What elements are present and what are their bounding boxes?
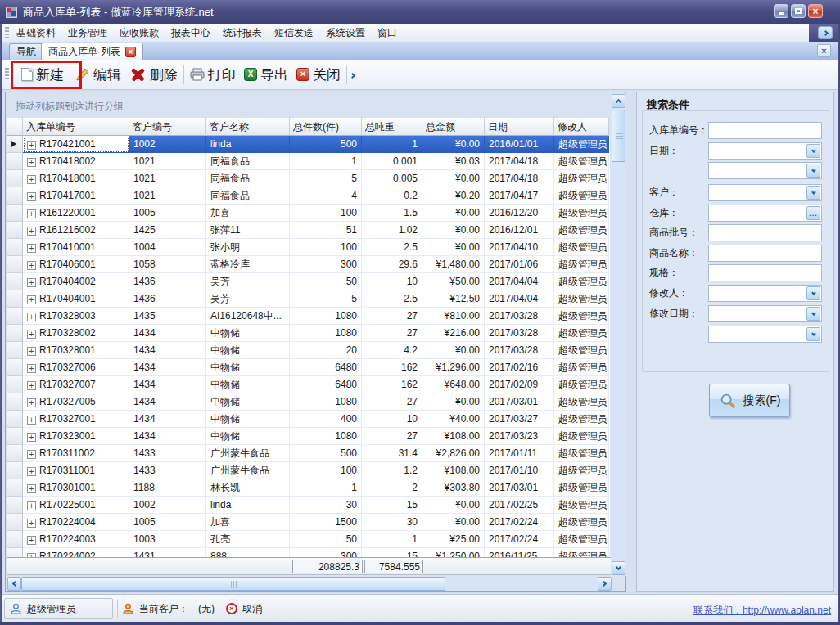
column-header-total-tonnage[interactable]: 总吨重 xyxy=(362,118,422,136)
row-indicator[interactable] xyxy=(7,445,23,462)
expand-icon[interactable]: + xyxy=(27,433,36,442)
cancel-label[interactable]: 取消 xyxy=(242,602,262,616)
table-row[interactable]: +R1612200011005加喜1001.5¥0.002016/12/20超级… xyxy=(7,205,610,222)
menu-item-business[interactable]: 业务管理 xyxy=(63,25,112,41)
group-by-panel[interactable]: 拖动列标题到这进行分组 xyxy=(6,92,625,118)
vertical-scrollbar[interactable] xyxy=(611,93,626,576)
menu-item-sms[interactable]: 短信发送 xyxy=(269,25,318,41)
table-row[interactable]: +R1703280031435AI16120648中...108027¥810.… xyxy=(7,308,610,325)
dropdown-icon[interactable] xyxy=(806,327,820,341)
expand-icon[interactable]: + xyxy=(27,295,36,304)
row-indicator[interactable] xyxy=(7,136,23,153)
table-row[interactable]: +R1703230011434中物储108027¥108.002017/03/2… xyxy=(7,428,610,445)
toolbar-overflow-chevron-icon[interactable] xyxy=(350,69,355,80)
table-row[interactable]: +R1702250011002linda3015¥0.002017/02/25超… xyxy=(7,497,610,514)
row-indicator[interactable] xyxy=(7,393,23,411)
tab-close-icon[interactable]: × xyxy=(125,47,136,57)
table-row[interactable]: +R1703280011434中物储204.2¥0.002017/03/28超级… xyxy=(7,342,610,359)
column-header-total-amount[interactable]: 总金额 xyxy=(422,118,485,136)
search-field-date-from[interactable] xyxy=(708,142,822,160)
expand-icon[interactable]: + xyxy=(27,416,36,425)
row-indicator[interactable] xyxy=(7,497,23,514)
tabstrip-close-icon[interactable]: × xyxy=(817,44,831,57)
scroll-right-icon[interactable] xyxy=(598,577,612,591)
table-row[interactable]: +R1703270011434中物储40010¥40.002017/03/27超… xyxy=(7,411,610,428)
expand-icon[interactable]: + xyxy=(27,467,36,476)
table-row[interactable]: +R1703110021433广州蒙牛食品50031.4¥2,826.00201… xyxy=(7,445,610,462)
column-header-modifier[interactable]: 修改人 xyxy=(554,118,609,136)
maximize-button[interactable] xyxy=(791,4,806,18)
row-indicator[interactable] xyxy=(7,514,23,531)
table-row[interactable]: +R1702240041005加喜150030¥0.002017/02/24超级… xyxy=(7,514,610,531)
expand-icon[interactable]: + xyxy=(27,175,36,184)
table-row[interactable]: +R1704180011021同福食品50.005¥0.002017/04/18… xyxy=(7,170,610,187)
close-button[interactable]: × xyxy=(808,4,823,18)
table-row[interactable]: +R1703270061434中物储6480162¥1,296.002017/0… xyxy=(7,359,610,376)
toolbar-button-print[interactable]: 打印 xyxy=(186,62,240,87)
column-header-customer-no[interactable]: 客户编号 xyxy=(129,118,206,136)
dropdown-icon[interactable] xyxy=(806,307,820,321)
tab-inbound-list[interactable]: 商品入库单-列表 × xyxy=(41,43,143,60)
row-indicator[interactable] xyxy=(7,290,23,308)
row-indicator[interactable] xyxy=(7,170,23,187)
scroll-down-icon[interactable] xyxy=(612,561,625,575)
search-field-modifier[interactable] xyxy=(708,285,822,302)
expand-icon[interactable]: + xyxy=(27,484,36,493)
row-indicator[interactable] xyxy=(7,359,23,376)
table-row[interactable]: +R1703270051434中物储108027¥0.002017/03/01超… xyxy=(7,393,610,411)
column-header-order-no[interactable]: 入库单编号 xyxy=(23,118,129,136)
minimize-button[interactable] xyxy=(774,4,788,18)
expand-icon[interactable]: + xyxy=(27,519,36,528)
expand-icon[interactable]: + xyxy=(27,192,36,201)
row-indicator[interactable] xyxy=(7,153,23,170)
cancel-icon[interactable]: × xyxy=(226,603,237,614)
row-indicator[interactable] xyxy=(7,239,23,256)
row-indicator[interactable] xyxy=(7,325,23,342)
menu-item-report-center[interactable]: 报表中心 xyxy=(166,25,215,41)
search-field-batch-no[interactable] xyxy=(708,224,822,241)
table-row[interactable]: +R1704180021021同福食品10.001¥0.032017/04/18… xyxy=(7,153,610,170)
search-field-customer[interactable] xyxy=(708,184,822,201)
search-field-modify-date-from[interactable] xyxy=(708,305,822,322)
row-indicator[interactable] xyxy=(7,342,23,359)
expand-icon[interactable]: + xyxy=(27,536,36,545)
row-indicator[interactable] xyxy=(7,411,23,428)
expand-icon[interactable]: + xyxy=(27,278,36,287)
dropdown-icon[interactable] xyxy=(806,286,820,300)
toolbar-button-export[interactable]: X导出 xyxy=(240,62,292,87)
table-row[interactable]: +R1702240031003孔亮501¥25.002017/02/24超级管理… xyxy=(7,531,610,548)
table-row[interactable]: +R1704170011021同福食品40.2¥0.202017/04/17超级… xyxy=(7,187,610,205)
search-field-modify-date-to[interactable] xyxy=(708,326,822,343)
table-row[interactable]: +R1703280021434中物储108027¥216.002017/03/2… xyxy=(7,325,610,342)
table-row[interactable]: +R1703010011188林长凯12¥303.802017/03/01超级管… xyxy=(7,479,610,497)
column-header-customer-name[interactable]: 客户名称 xyxy=(206,118,290,136)
row-indicator[interactable] xyxy=(7,222,23,239)
contact-link[interactable]: 联系我们：http://www.aolan.net xyxy=(693,604,831,618)
menu-item-base-data[interactable]: 基础资料 xyxy=(11,25,61,41)
tab-navigation[interactable]: 导航 xyxy=(9,43,43,60)
row-indicator[interactable] xyxy=(7,428,23,445)
expand-icon[interactable]: + xyxy=(27,450,36,459)
dropdown-icon[interactable] xyxy=(806,186,820,200)
scroll-left-icon[interactable] xyxy=(7,577,21,591)
horizontal-scrollbar-thumb[interactable] xyxy=(21,577,445,591)
menu-item-receivables[interactable]: 应收账款 xyxy=(115,25,164,41)
row-indicator[interactable] xyxy=(7,308,23,325)
ellipsis-icon[interactable]: ... xyxy=(806,206,820,220)
row-indicator[interactable] xyxy=(7,273,23,290)
expand-icon[interactable]: + xyxy=(27,261,36,270)
table-row[interactable]: +R1704210011002linda5001¥0.002016/01/01超… xyxy=(7,136,610,153)
search-field-date-to[interactable] xyxy=(708,162,822,179)
expand-icon[interactable]: + xyxy=(27,381,36,390)
dropdown-icon[interactable] xyxy=(806,164,820,178)
menu-item-window-menu[interactable]: 窗口 xyxy=(373,25,402,41)
row-indicator[interactable] xyxy=(7,548,23,557)
expand-icon[interactable]: + xyxy=(27,227,36,236)
expand-icon[interactable]: + xyxy=(27,244,36,253)
table-row[interactable]: +R1704040011436吴芳52.5¥12.502017/04/04超级管… xyxy=(7,290,610,308)
column-header-date[interactable]: 日期 xyxy=(485,118,554,136)
search-field-spec[interactable] xyxy=(708,264,822,281)
expand-icon[interactable]: + xyxy=(27,347,36,356)
expand-icon[interactable]: + xyxy=(27,209,36,218)
expand-icon[interactable]: + xyxy=(27,330,36,339)
